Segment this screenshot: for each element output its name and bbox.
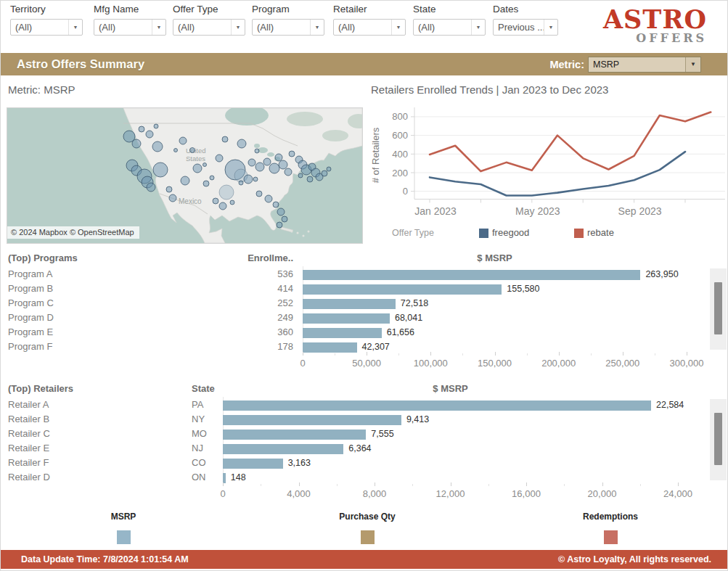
bar-value-label: 68,041 [395, 313, 422, 323]
map-bubble[interactable] [273, 202, 279, 208]
bar-program-c[interactable] [303, 299, 396, 309]
programs-scrollbar-thumb[interactable] [714, 282, 722, 334]
filter-territory-dropdown[interactable]: (All)▼ [10, 19, 83, 36]
legend-label-rebate[interactable]: rebate [587, 227, 614, 238]
bar-retailer-a[interactable] [223, 400, 651, 411]
map-bubble[interactable] [190, 148, 195, 153]
map-bubble[interactable] [237, 139, 246, 148]
bar-program-d[interactable] [303, 313, 390, 324]
map-bubble[interactable] [179, 137, 187, 144]
row-category-label: Retailer D [8, 472, 50, 482]
retailers-scrollbar[interactable] [710, 399, 727, 480]
map-bubble[interactable] [277, 222, 282, 228]
measure-legend-swatch-purchase-qty[interactable] [361, 530, 375, 544]
bar-retailer-c[interactable] [223, 430, 366, 440]
axis-tick [430, 352, 431, 356]
map-bubble[interactable] [253, 177, 258, 181]
measure-legend-swatch-msrp[interactable] [117, 530, 131, 544]
map-bubble[interactable] [277, 208, 285, 215]
axis-tick [495, 352, 496, 356]
bar-program-e[interactable] [303, 328, 382, 338]
map-bubble[interactable] [279, 160, 287, 169]
chevron-down-icon: ▼ [152, 20, 165, 35]
map-bubble[interactable] [219, 185, 234, 200]
map-bubble[interactable] [181, 176, 189, 185]
map-bubble[interactable] [193, 164, 202, 173]
map-bubble[interactable] [327, 167, 331, 171]
filter-program-dropdown[interactable]: (All)▼ [252, 19, 324, 36]
map-bubble[interactable] [152, 141, 163, 152]
map-bubble[interactable] [166, 186, 172, 192]
retailers-scrollbar-thumb[interactable] [714, 413, 722, 465]
map-bubble[interactable] [298, 173, 303, 178]
map-bubble[interactable] [285, 168, 292, 176]
bar-program-b[interactable] [303, 284, 502, 295]
row-category-label: Retailer F [8, 457, 49, 468]
chevron-down-icon[interactable]: ▼ [685, 57, 700, 72]
legend-swatch-freegood[interactable] [479, 229, 488, 238]
chevron-down-icon: ▼ [391, 20, 405, 35]
map-bubble[interactable] [263, 158, 271, 165]
bar-retailer-d[interactable] [223, 473, 226, 483]
map-bubble[interactable] [219, 202, 226, 210]
map-bubble[interactable] [248, 159, 255, 166]
map-bubble[interactable] [154, 124, 158, 128]
row-col2-value: 178 [218, 341, 293, 352]
measure-legend-swatch-redemptions[interactable] [604, 530, 618, 544]
us-bubble-map[interactable]: UnitedStatesMexico © 2024 Mapbox © OpenS… [7, 107, 363, 244]
map-bubble[interactable] [255, 149, 259, 153]
bar-program-f[interactable] [303, 342, 357, 353]
bar-retailer-b[interactable] [223, 415, 401, 425]
legend-label-freegood[interactable]: freegood [492, 227, 529, 238]
bar-retailer-f[interactable] [223, 459, 283, 469]
map-bubble[interactable] [132, 139, 141, 148]
measure-color-legend: MSRPPurchase QtyRedemptions [1, 512, 728, 548]
programs-scrollbar[interactable] [710, 268, 727, 350]
map-bubble[interactable] [147, 183, 155, 192]
map-bubble[interactable] [216, 155, 223, 162]
map-bubble[interactable] [222, 136, 228, 142]
filter-retailer: Retailer(All)▼ [333, 4, 406, 36]
map-bubble[interactable] [255, 163, 264, 171]
bar-value-label: 9,413 [406, 414, 429, 424]
y-axis-tick-label: 600 [392, 130, 408, 141]
axis-minor-tick [398, 353, 399, 356]
map-bubble[interactable] [269, 163, 279, 173]
map-bubble[interactable] [153, 163, 168, 177]
filter-state-dropdown[interactable]: (All)▼ [413, 19, 486, 36]
map-bubble[interactable] [139, 126, 144, 132]
bar-retailer-e[interactable] [223, 444, 343, 454]
map-bubble[interactable] [239, 181, 243, 185]
map-bubble[interactable] [203, 163, 207, 167]
map-bubble[interactable] [307, 176, 313, 182]
map-bubble[interactable] [322, 171, 327, 176]
axis-tick [687, 352, 687, 356]
filter-value: (All) [11, 22, 68, 33]
metric-select[interactable]: MSRP ▼ [588, 57, 701, 73]
map-bubble[interactable] [146, 131, 153, 138]
filter-mfg-name-dropdown[interactable]: (All)▼ [94, 19, 166, 36]
map-bubble[interactable] [275, 154, 282, 161]
map-bubble[interactable] [230, 200, 234, 205]
map-bubble[interactable] [169, 194, 176, 202]
map-bubble[interactable] [282, 216, 287, 222]
filter-retailer-dropdown[interactable]: (All)▼ [333, 19, 406, 36]
map-bubble[interactable] [256, 191, 262, 197]
bar-program-a[interactable] [303, 270, 640, 280]
filter-dates-dropdown[interactable]: Previous ...▼ [493, 19, 558, 36]
map-bubble[interactable] [289, 151, 295, 157]
metric-label: Metric: [549, 59, 584, 70]
map-bubble[interactable] [244, 175, 253, 184]
map-bubble[interactable] [213, 198, 218, 204]
logo-offers-text: OFFERS [603, 33, 707, 44]
filter-offer-type-dropdown[interactable]: (All)▼ [173, 19, 245, 36]
map-bubble[interactable] [210, 176, 214, 180]
top-retailers-section: (Top) Retailers State $ MSRP Retailer AP… [1, 383, 728, 503]
row-col2-value: ON [192, 472, 206, 482]
map-bubble[interactable] [203, 181, 209, 186]
y-axis-tick-label: 200 [392, 168, 408, 178]
axis-tick-label: 24,000 [645, 488, 711, 499]
legend-swatch-rebate[interactable] [574, 229, 584, 238]
map-bubble[interactable] [265, 195, 272, 202]
map-bubble[interactable] [174, 149, 178, 152]
